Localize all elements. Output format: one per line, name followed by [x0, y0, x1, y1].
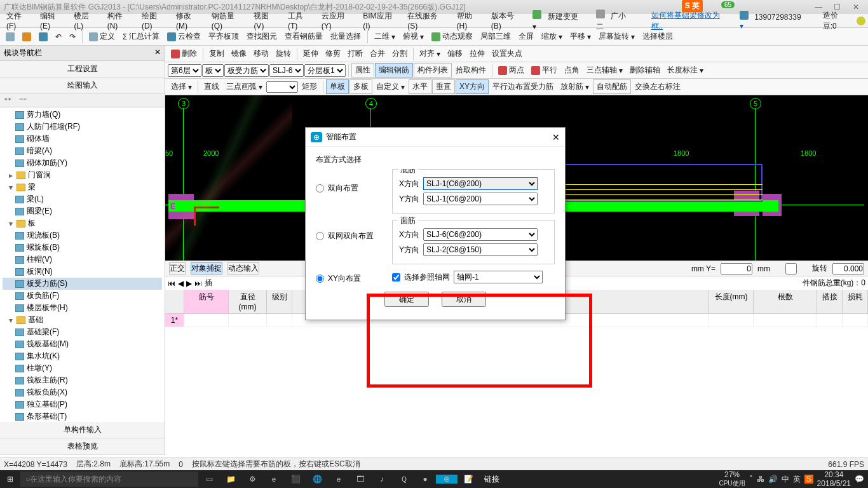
rotate-button[interactable]: 旋转	[273, 47, 294, 60]
panel-pin-icon[interactable]: ✕	[154, 48, 161, 58]
network-icon[interactable]: 🖧	[757, 475, 764, 484]
menu-edit[interactable]: 编辑(E)	[36, 10, 69, 32]
top-x-select[interactable]: SLJ-6(C6@200)	[423, 228, 538, 241]
task-view-icon[interactable]: ▭	[198, 475, 220, 484]
insert-button[interactable]: 插	[205, 278, 212, 288]
menu-modify[interactable]: 修改(M)	[172, 10, 207, 32]
taskbar-search[interactable]: ○ 在这里输入你要搜索的内容	[20, 471, 198, 487]
menu-view[interactable]: 视图(V)	[250, 10, 283, 32]
offset-button[interactable]: 偏移	[444, 47, 466, 60]
view-rebar-button[interactable]: 查看钢筋量	[281, 30, 326, 43]
copy-button[interactable]: 复制	[206, 47, 227, 60]
new-file-button[interactable]	[3, 31, 18, 43]
del-aux-button[interactable]: 删除辅轴	[627, 64, 663, 77]
edge-icon[interactable]: ｅ	[263, 474, 285, 485]
three-aux-button[interactable]: 三点辅轴 ▾	[583, 64, 626, 77]
section-single-input[interactable]: 单构件输入	[0, 422, 165, 438]
radio-bidirectional[interactable]: 双向布置	[316, 183, 386, 194]
member-tree[interactable]: 剪力墙(Q) 人防门框墙(RF) 砌体墙 暗梁(A) 砌体加筋(Y) ▸门窗洞 …	[0, 107, 165, 422]
radio-xy[interactable]: XY向布置	[316, 273, 386, 284]
rotate-checkbox[interactable]	[775, 263, 807, 274]
ortho-toggle[interactable]: 正交	[169, 262, 186, 274]
find-elem-button[interactable]: 查找图元	[243, 30, 280, 43]
app-icon[interactable]: ●	[414, 475, 436, 484]
two-point-button[interactable]: 两点	[495, 64, 527, 77]
nav-prev-icon[interactable]: ◀	[178, 279, 184, 288]
member-list-button[interactable]: 构件列表	[414, 63, 452, 78]
volume-icon[interactable]: 🔊	[768, 475, 778, 484]
flat-top-button[interactable]: 平齐板顶	[205, 30, 242, 43]
sum-calc-button[interactable]: Σ 汇总计算	[119, 30, 163, 43]
nav-next-icon[interactable]: ▶	[186, 279, 192, 288]
single-slab-button[interactable]: 单板	[326, 79, 349, 94]
nav-first-icon[interactable]: ⏮	[168, 279, 175, 288]
2d-button[interactable]: 二维 ▾	[371, 30, 398, 43]
app-icon[interactable]: ⚙	[241, 475, 263, 484]
select-floor-button[interactable]: 选择楼层	[639, 30, 676, 43]
notifications-icon[interactable]: 💬	[855, 475, 864, 484]
ref-grid-checkbox[interactable]	[392, 273, 400, 281]
extend-button[interactable]: 延伸	[300, 47, 322, 60]
ime-badge[interactable]: S 英	[682, 0, 703, 12]
code-select[interactable]: SLJ-6	[269, 64, 304, 77]
break-button[interactable]: 打断	[344, 47, 366, 60]
parallel-button[interactable]: 平行	[528, 64, 560, 77]
ie-icon[interactable]: ｅ	[328, 474, 349, 485]
len-dim-button[interactable]: 长度标注 ▾	[664, 64, 707, 77]
ime-icon[interactable]: 英	[793, 474, 801, 485]
menu-version[interactable]: 版本号(B)	[487, 10, 527, 32]
rect-button[interactable]: 矩形	[299, 80, 320, 93]
undo-button[interactable]: ↶	[52, 31, 65, 43]
save-button[interactable]	[36, 31, 51, 43]
trim-button[interactable]: 修剪	[322, 47, 344, 60]
auto-rebar-button[interactable]: 自动配筋	[593, 79, 631, 94]
attrs-button[interactable]: 属性	[351, 63, 374, 78]
app-icon-active[interactable]: ⊕	[436, 475, 458, 484]
app-icon[interactable]: 🌐	[306, 475, 328, 484]
menu-cloud[interactable]: 云应用(Y)	[318, 10, 358, 32]
app-icon[interactable]: ♪	[371, 475, 393, 484]
top-y-select[interactable]: SLJ-2(C8@150)	[423, 243, 538, 256]
open-button[interactable]	[19, 31, 34, 43]
pick-button[interactable]: 拾取构件	[452, 64, 489, 77]
app-icon[interactable]: 🗔	[349, 475, 371, 484]
bottom-x-select[interactable]: SLJ-1(C6@200)	[423, 177, 538, 190]
merge-button[interactable]: 合并	[367, 47, 388, 60]
style-select[interactable]	[266, 81, 298, 93]
sogou-icon[interactable]: S	[804, 475, 813, 484]
nav-last-icon[interactable]: ⏭	[194, 279, 202, 288]
delete-button[interactable]: 删除	[168, 47, 200, 60]
dyn-view-button[interactable]: 动态观察	[428, 30, 476, 43]
cancel-button[interactable]: 取消	[442, 292, 486, 307]
y-input[interactable]	[721, 263, 752, 274]
radial-button[interactable]: 放射筋 ▾	[557, 80, 592, 93]
pan-button[interactable]: 平移 ▾	[567, 30, 594, 43]
member-select[interactable]: 板	[202, 64, 224, 77]
swap-label-button[interactable]: 交换左右标注	[632, 80, 684, 93]
menu-draw[interactable]: 绘图(D)	[138, 10, 171, 32]
radio-double-net[interactable]: 双网双向布置	[316, 231, 386, 241]
tray-up-icon[interactable]: ˄	[749, 475, 753, 484]
grip-button[interactable]: 设置夹点	[489, 47, 526, 60]
app-icon[interactable]: 📁	[220, 475, 241, 484]
snap-toggle[interactable]: 对象捕捉	[191, 262, 222, 274]
section-draw[interactable]: 绘图输入	[0, 78, 165, 94]
menu-online[interactable]: 在线服务(S)	[403, 10, 451, 32]
screen-rotate-button[interactable]: 屏幕旋转 ▾	[595, 30, 638, 43]
tray-icon[interactable]: 中	[782, 474, 789, 485]
line-button[interactable]: 直线	[201, 80, 222, 93]
menu-file[interactable]: 文件(F)	[3, 10, 35, 32]
arc-button[interactable]: 三点画弧 ▾	[223, 80, 266, 93]
app-icon[interactable]: ⬛	[285, 475, 306, 484]
dyn-input-toggle[interactable]: 动态输入	[227, 262, 259, 274]
align-button[interactable]: 对齐 ▾	[416, 47, 444, 60]
vert-button[interactable]: 垂直	[432, 79, 455, 94]
bottom-y-select[interactable]: SLJ-1(C6@200)	[423, 193, 538, 205]
redo-button[interactable]: ↷	[66, 31, 79, 43]
xy-dir-button[interactable]: XY方向	[456, 79, 489, 94]
ok-button[interactable]: 确定	[384, 292, 429, 307]
account-number[interactable]: 13907298339 ▾	[736, 10, 814, 32]
menu-member[interactable]: 构件(N)	[104, 10, 137, 32]
tab-plus-icon[interactable]: ⁺⁺	[1, 95, 14, 105]
ref-grid-select[interactable]: 轴网-1	[454, 271, 543, 283]
